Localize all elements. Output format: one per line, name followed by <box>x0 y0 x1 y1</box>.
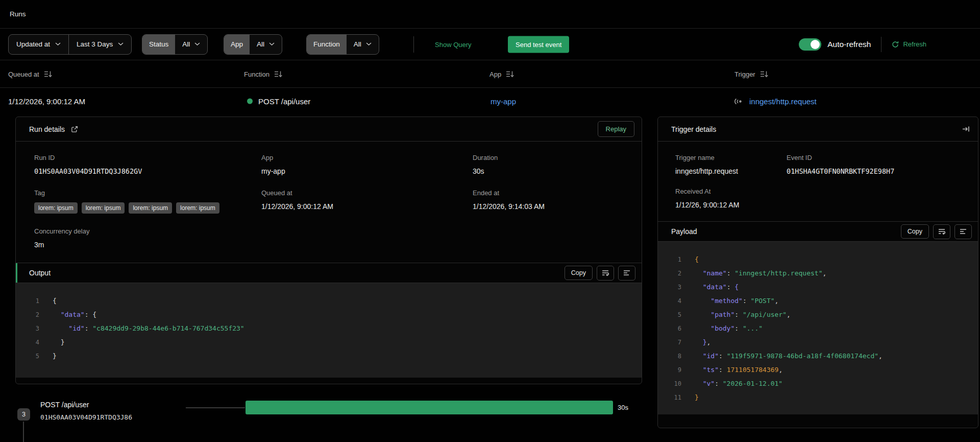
column-header-trigger[interactable]: Trigger <box>734 70 769 78</box>
field-trigger-name: Trigger name inngest/http.request <box>675 154 787 175</box>
app-filter-dropdown[interactable]: AppAll <box>224 34 282 55</box>
status-filter-value: All <box>175 40 207 48</box>
app-link[interactable]: my-app <box>261 167 473 175</box>
run-timeline: 3 POST /api/user 01HS0AA03V04D91RTDQ3J86… <box>0 384 653 442</box>
run-details-title: Run details <box>29 125 65 133</box>
concurrency-delay-value: 3m <box>34 241 261 249</box>
run-queued-at: 1/12/2026, 9:00:12 AM <box>8 97 85 106</box>
output-copy-button[interactable]: Copy <box>565 266 593 280</box>
ended-at-value: 1/12/2026, 9:14:03 AM <box>473 202 642 211</box>
line-number: 3 <box>16 325 39 332</box>
tag-badge: lorem: ipsum <box>34 202 78 214</box>
code-line: 1{ <box>658 252 978 266</box>
line-number: 6 <box>658 325 681 332</box>
tag-badge: lorem: ipsum <box>129 202 172 214</box>
refresh-icon <box>892 41 899 48</box>
code-line: 11} <box>658 390 978 404</box>
output-title: Output <box>29 269 51 277</box>
trigger-details-title: Trigger details <box>671 125 716 133</box>
line-number: 5 <box>658 311 681 318</box>
column-header-queued-at[interactable]: Queued at <box>8 70 53 78</box>
open-in-new-icon[interactable] <box>70 125 79 134</box>
line-number: 2 <box>16 311 39 318</box>
timeline-connector-vertical <box>23 422 24 442</box>
run-row[interactable]: 1/12/2026, 9:00:12 AM POST /api/user my-… <box>0 88 980 114</box>
payload-copy-button[interactable]: Copy <box>901 224 929 239</box>
sort-field-dropdown[interactable]: Updated at <box>9 35 68 54</box>
code-line: 5} <box>16 349 642 363</box>
function-filter-label: Function <box>307 35 347 54</box>
replay-button[interactable]: Replay <box>598 121 634 137</box>
run-trigger-link[interactable]: inngest/http.request <box>734 97 817 106</box>
code-line: 2 "name": "inngest/http.request", <box>658 266 978 280</box>
time-range-dropdown[interactable]: Last 3 Days <box>68 35 131 54</box>
column-label: Trigger <box>734 70 755 78</box>
run-id-label: Run ID <box>34 154 261 161</box>
field-queued-at: Queued at 1/12/2026, 9:00:12 AM <box>261 189 473 214</box>
step-count-badge[interactable]: 3 <box>17 408 30 421</box>
code-line: 7 }, <box>658 335 978 349</box>
format-lines-icon[interactable] <box>954 224 972 239</box>
line-number: 8 <box>658 353 681 360</box>
line-number: 4 <box>658 297 681 305</box>
sort-icon <box>760 70 769 78</box>
line-number: 11 <box>658 394 681 401</box>
word-wrap-icon[interactable] <box>933 224 950 239</box>
trigger-name-value: inngest/http.request <box>675 167 787 175</box>
run-app-link[interactable]: my-app <box>491 97 516 106</box>
timeline-duration-bar[interactable] <box>246 401 613 414</box>
code-line: 10 "v": "2026-01-12.01" <box>658 377 978 390</box>
trigger-name-label: Trigger name <box>675 154 787 161</box>
filter-bar: Updated at Last 3 Days StatusAllAppAllFu… <box>0 29 980 60</box>
output-code-block: 1{2 "data": {3 "id": "c8429dd9-29b8-44e6… <box>16 283 642 378</box>
collapse-panel-icon[interactable] <box>961 125 971 133</box>
app-filter-value: All <box>250 40 282 48</box>
code-line: 5 "path": "/api/user", <box>658 308 978 321</box>
time-filter-group: Updated at Last 3 Days <box>8 34 132 55</box>
auto-refresh-toggle[interactable] <box>799 38 821 51</box>
show-query-link[interactable]: Show Query <box>435 40 472 48</box>
chevron-down-icon <box>366 42 372 46</box>
refresh-button[interactable]: Refresh <box>892 40 926 48</box>
line-number: 1 <box>16 297 39 305</box>
run-function-cell: POST /api/user <box>247 97 310 106</box>
app-filter-label: App <box>224 35 250 54</box>
column-header-function[interactable]: Function <box>244 70 283 78</box>
sort-icon <box>274 70 283 78</box>
app-label: App <box>261 154 473 161</box>
word-wrap-icon[interactable] <box>597 266 614 281</box>
line-number: 1 <box>658 256 681 263</box>
run-trigger-name: inngest/http.request <box>749 97 817 106</box>
status-filter-label: Status <box>142 35 175 54</box>
format-lines-icon[interactable] <box>618 266 635 281</box>
function-filter-dropdown[interactable]: FunctionAll <box>306 34 379 55</box>
run-function-name: POST /api/user <box>258 97 310 106</box>
code-line: 8 "id": "119f5971-9878-46bd-a18f-4f06801… <box>658 349 978 363</box>
send-test-event-button[interactable]: Send test event <box>508 36 569 53</box>
function-filter-value: All <box>347 40 379 48</box>
tag-badge: lorem: ipsum <box>176 202 219 214</box>
code-line: 1{ <box>16 294 642 308</box>
payload-section-header: Payload Copy <box>658 221 978 242</box>
line-number: 5 <box>16 353 39 360</box>
column-label: App <box>489 70 501 78</box>
chevron-down-icon <box>55 42 61 46</box>
time-range-value: Last 3 Days <box>77 40 113 48</box>
column-header-app[interactable]: App <box>489 70 514 78</box>
sort-icon <box>44 70 53 78</box>
queued-at-label: Queued at <box>261 189 473 197</box>
code-line: 2 "data": { <box>16 308 642 321</box>
refresh-cluster: Auto-refresh Refresh <box>799 37 926 52</box>
tag-badge: lorem: ipsum <box>82 202 125 214</box>
field-run-id: Run ID 01HS0AA03V04D91RTDQ3J862GV <box>34 154 261 175</box>
filter-divider <box>413 36 414 53</box>
status-filter-dropdown[interactable]: StatusAll <box>142 34 208 55</box>
line-number: 7 <box>658 339 681 346</box>
run-id-value: 01HS0AA03V04D91RTDQ3J862GV <box>34 167 261 175</box>
run-details-body: Run ID 01HS0AA03V04D91RTDQ3J862GV App my… <box>16 142 642 263</box>
field-app: App my-app <box>261 154 473 175</box>
field-duration: Duration 30s <box>473 154 642 175</box>
field-ended-at: Ended at 1/12/2026, 9:14:03 AM <box>473 189 642 214</box>
field-tag: Tag lorem: ipsumlorem: ipsumlorem: ipsum… <box>34 189 261 214</box>
timeline-connector-horizontal <box>186 407 245 408</box>
